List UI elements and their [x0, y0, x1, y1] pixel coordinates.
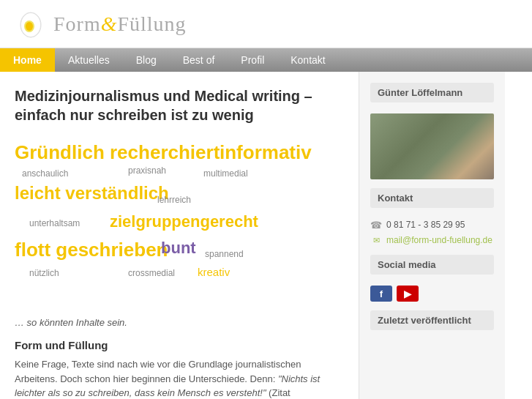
author-photo-image: [370, 113, 494, 179]
author-name: Günter Löffelmann: [378, 87, 487, 98]
social-icons: f ▶: [370, 286, 494, 302]
word-cloud: Gründlich recherchiert informativ anscha…: [15, 138, 344, 306]
wc-word-flott: flott geschrieben: [15, 239, 168, 261]
wc-word-nutzlich: nützlich: [29, 268, 59, 278]
nav-item-blog[interactable]: Blog: [123, 48, 170, 72]
wc-word-multimedial: multimedial: [203, 168, 248, 179]
nav-item-home[interactable]: Home: [0, 48, 55, 72]
tagline: … so könnten Inhalte sein.: [15, 317, 344, 328]
wc-word-anschaulich: anschaulich: [22, 168, 68, 179]
content-area: Medizinjournalismus und Medical writing …: [0, 72, 359, 399]
wc-word-praxisnah: praxisnah: [128, 165, 166, 176]
phone-number: 0 81 71 - 3 85 29 95: [386, 220, 465, 230]
section-body: Keine Frage, Texte sind nach wie vor die…: [15, 357, 344, 399]
wc-word-bunt: bunt: [161, 239, 196, 258]
email-icon: ✉: [370, 234, 382, 246]
youtube-icon[interactable]: ▶: [397, 286, 419, 302]
svg-point-3: [26, 22, 33, 31]
sidebar-recent-section: Zuletzt veröffentlicht: [370, 310, 494, 330]
author-photo: [370, 113, 494, 179]
nav-item-profil[interactable]: Profil: [228, 48, 277, 72]
logo-icon: [15, 7, 48, 40]
wc-word-informativ: informativ: [220, 141, 312, 164]
page-title: Medizinjournalismus und Medical writing …: [15, 86, 344, 124]
email-link[interactable]: mail@form-und-fuellung.de: [386, 235, 492, 245]
social-heading: Social media: [378, 259, 487, 270]
nav-item-bestof[interactable]: Best of: [170, 48, 228, 72]
email-row: ✉ mail@form-und-fuellung.de: [370, 234, 494, 246]
phone-icon: ☎: [370, 219, 382, 231]
section-title: Form und Füllung: [15, 339, 344, 351]
sidebar: Günter Löffelmann Kontakt ☎ 0 81 71 - 3 …: [359, 72, 505, 399]
sidebar-contact-section: Kontakt: [370, 188, 494, 208]
nav: Home Aktuelles Blog Best of Profil Konta…: [0, 48, 532, 72]
logo: Form&Füllung: [15, 7, 187, 40]
wc-word-grundlich: Gründlich recherchiert: [15, 141, 220, 164]
wc-word-lehrreich: lehrreich: [157, 195, 191, 205]
wc-word-kreativ: kreativ: [198, 266, 230, 278]
nav-item-kontakt[interactable]: Kontakt: [277, 48, 338, 72]
sidebar-social-section: Social media: [370, 255, 494, 275]
logo-text: Form&Füllung: [53, 12, 187, 36]
wc-word-zielgruppen: zielgruppengerecht: [110, 212, 258, 231]
wc-word-leicht: leicht verständlich: [15, 183, 169, 204]
facebook-icon[interactable]: f: [370, 286, 392, 302]
phone-row: ☎ 0 81 71 - 3 85 29 95: [370, 219, 494, 231]
contact-heading: Kontakt: [378, 193, 487, 204]
wc-word-spannend: spannend: [205, 249, 244, 259]
wc-word-crossmedial: crossmedial: [128, 268, 175, 278]
sidebar-author-section: Günter Löffelmann: [370, 83, 494, 102]
wc-word-unterhaltsam: unterhaltsam: [29, 218, 80, 228]
header: Form&Füllung: [0, 0, 532, 48]
recent-heading: Zuletzt veröffentlicht: [378, 315, 487, 326]
main-container: Medizinjournalismus und Medical writing …: [0, 72, 532, 399]
contact-info: ☎ 0 81 71 - 3 85 29 95 ✉ mail@form-und-f…: [370, 219, 494, 246]
nav-item-aktuelles[interactable]: Aktuelles: [55, 48, 123, 72]
